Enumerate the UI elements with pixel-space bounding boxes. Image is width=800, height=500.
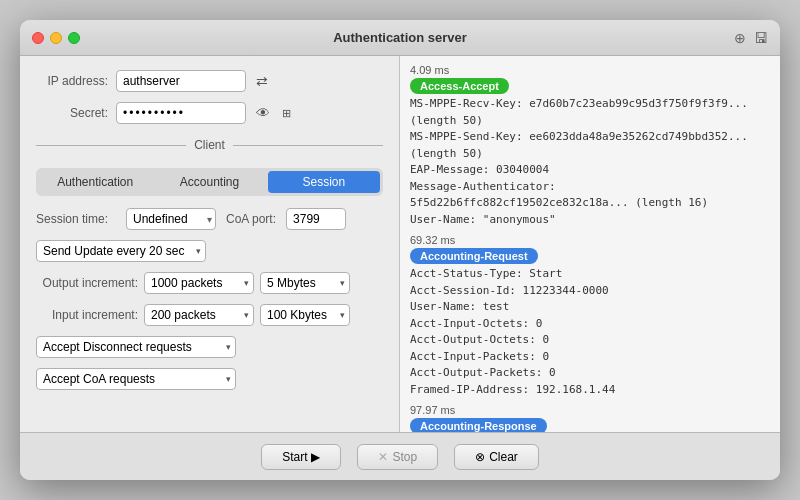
log-text-0: MS-MPPE-Recv-Key: e7d60b7c23eab99c95d3f7…	[410, 96, 770, 228]
close-button[interactable]	[32, 32, 44, 44]
window-title: Authentication server	[333, 30, 467, 45]
output-increment-row: Output increment: 1000 packets ▾ 5 Mbyte…	[36, 272, 383, 294]
output-mbytes-select[interactable]: 5 Mbytes	[260, 272, 350, 294]
log-badge-row-1: Accounting-Request	[410, 248, 770, 264]
ip-address-row: IP address: ⇄	[36, 70, 383, 92]
input-increment-label: Input increment:	[36, 308, 138, 322]
traffic-lights	[32, 32, 80, 44]
accept-disconnect-wrap: Accept Disconnect requests ▾	[36, 336, 236, 358]
log-block-2: 97.97 msAccounting-Response	[410, 404, 770, 432]
copy-icon[interactable]: ⊕	[734, 30, 746, 46]
log-badge-2: Accounting-Response	[410, 418, 547, 432]
minimize-button[interactable]	[50, 32, 62, 44]
output-increment-label: Output increment:	[36, 276, 138, 290]
title-bar: Authentication server ⊕ 🖫	[20, 20, 780, 56]
input-increment-row: Input increment: 200 packets ▾ 100 Kbyte…	[36, 304, 383, 326]
tab-authentication[interactable]: Authentication	[39, 171, 151, 193]
title-icons: ⊕ 🖫	[734, 30, 768, 46]
client-label: Client	[194, 138, 225, 152]
log-badge-1: Accounting-Request	[410, 248, 538, 264]
input-packets-select[interactable]: 200 packets	[144, 304, 254, 326]
copy-secret-icon[interactable]: ⊞	[280, 105, 293, 122]
session-time-row: Session time: Undefined ▾ CoA port:	[36, 208, 383, 230]
log-badge-row-2: Accounting-Response	[410, 418, 770, 432]
client-divider: Client	[36, 138, 383, 152]
stop-button[interactable]: ✕ Stop	[357, 444, 438, 470]
main-window: Authentication server ⊕ 🖫 IP address: ⇄ …	[20, 20, 780, 480]
session-time-label: Session time:	[36, 212, 116, 226]
input-packets-wrap: 200 packets ▾	[144, 304, 254, 326]
save-icon[interactable]: 🖫	[754, 30, 768, 46]
start-label: Start	[282, 450, 307, 464]
send-update-row: Send Update every 20 sec ▾	[36, 240, 383, 262]
accept-disconnect-select[interactable]: Accept Disconnect requests	[36, 336, 236, 358]
bottom-bar: Start ▶ ✕ Stop ⊗ Clear	[20, 432, 780, 480]
log-badge-row-0: Access-Accept	[410, 78, 770, 94]
divider-right	[233, 145, 383, 146]
send-update-select-wrap: Send Update every 20 sec ▾	[36, 240, 206, 262]
input-kbytes-wrap: 100 Kbytes ▾	[260, 304, 350, 326]
right-panel: 4.09 msAccess-AcceptMS-MPPE-Recv-Key: e7…	[400, 56, 780, 432]
stop-x-icon: ✕	[378, 450, 388, 464]
stop-label: Stop	[392, 450, 417, 464]
log-text-1: Acct-Status-Type: Start Acct-Session-Id:…	[410, 266, 770, 398]
tab-bar: Authentication Accounting Session	[36, 168, 383, 196]
accept-disconnect-row: Accept Disconnect requests ▾	[36, 336, 383, 358]
accept-coa-wrap: Accept CoA requests ▾	[36, 368, 236, 390]
transfer-icon[interactable]: ⇄	[254, 71, 270, 91]
accept-coa-select[interactable]: Accept CoA requests	[36, 368, 236, 390]
ip-address-label: IP address:	[36, 74, 108, 88]
clear-circle-icon: ⊗	[475, 450, 485, 464]
secret-row: Secret: 👁 ⊞	[36, 102, 383, 124]
log-time-2: 97.97 ms	[410, 404, 770, 416]
show-password-icon[interactable]: 👁	[254, 103, 272, 123]
start-button[interactable]: Start ▶	[261, 444, 341, 470]
log-time-0: 4.09 ms	[410, 64, 770, 76]
divider-left	[36, 145, 186, 146]
log-time-1: 69.32 ms	[410, 234, 770, 246]
secret-label: Secret:	[36, 106, 108, 120]
send-update-select[interactable]: Send Update every 20 sec	[36, 240, 206, 262]
coa-port-label: CoA port:	[226, 212, 276, 226]
session-time-select-wrap: Undefined ▾	[126, 208, 216, 230]
input-kbytes-select[interactable]: 100 Kbytes	[260, 304, 350, 326]
coa-port-input[interactable]	[286, 208, 346, 230]
left-panel: IP address: ⇄ Secret: 👁 ⊞ Client Authe	[20, 56, 400, 432]
log-block-1: 69.32 msAccounting-RequestAcct-Status-Ty…	[410, 234, 770, 398]
output-mbytes-wrap: 5 Mbytes ▾	[260, 272, 350, 294]
secret-input[interactable]	[116, 102, 246, 124]
content-area: IP address: ⇄ Secret: 👁 ⊞ Client Authe	[20, 56, 780, 432]
clear-button[interactable]: ⊗ Clear	[454, 444, 539, 470]
ip-address-input[interactable]	[116, 70, 246, 92]
maximize-button[interactable]	[68, 32, 80, 44]
output-packets-select[interactable]: 1000 packets	[144, 272, 254, 294]
output-packets-wrap: 1000 packets ▾	[144, 272, 254, 294]
log-badge-0: Access-Accept	[410, 78, 509, 94]
clear-label: Clear	[489, 450, 518, 464]
tab-accounting[interactable]: Accounting	[153, 171, 265, 193]
start-arrow-icon: ▶	[311, 450, 320, 464]
session-time-select[interactable]: Undefined	[126, 208, 216, 230]
log-block-0: 4.09 msAccess-AcceptMS-MPPE-Recv-Key: e7…	[410, 64, 770, 228]
tab-session[interactable]: Session	[268, 171, 380, 193]
accept-coa-row: Accept CoA requests ▾	[36, 368, 383, 390]
